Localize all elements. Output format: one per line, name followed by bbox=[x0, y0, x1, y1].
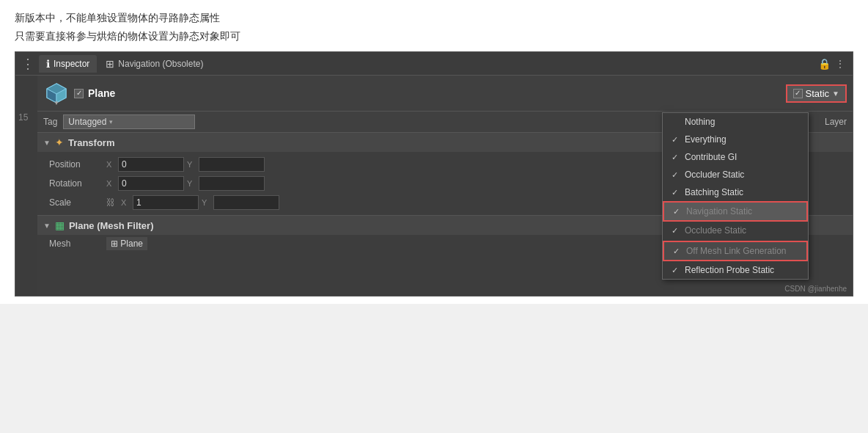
lock-icon[interactable]: 🔒 bbox=[818, 58, 831, 70]
dropdown-label-7: Off Mesh Link Generation bbox=[686, 246, 787, 256]
dropdown-label-1: Everything bbox=[685, 134, 727, 145]
rotation-y-input[interactable] bbox=[199, 176, 265, 191]
dropdown-check-7: ✓ bbox=[673, 247, 682, 256]
dropdown-label-6: Occludee Static bbox=[685, 225, 746, 236]
dropdown-check-2: ✓ bbox=[672, 153, 680, 162]
transform-arrow-icon: ▼ bbox=[43, 139, 51, 147]
rot-y-label: Y bbox=[187, 179, 196, 188]
tag-arrow: ▾ bbox=[109, 118, 113, 125]
object-checkbox[interactable]: ✓ bbox=[74, 89, 84, 98]
scale-x-label: X bbox=[121, 198, 130, 207]
cube-dropdown-arrow[interactable]: ▼ bbox=[54, 100, 59, 106]
static-dropdown-arrow[interactable]: ▼ bbox=[832, 90, 839, 98]
dropdown-check-8: ✓ bbox=[672, 266, 680, 275]
dropdown-item-2[interactable]: ✓Contribute GI bbox=[663, 148, 808, 166]
dropdown-item-3[interactable]: ✓Occluder Static bbox=[663, 166, 808, 183]
scale-label: Scale bbox=[49, 197, 100, 208]
scale-x-input[interactable] bbox=[133, 195, 199, 210]
dropdown-check-5: ✓ bbox=[673, 207, 682, 216]
static-check-mark: ✓ bbox=[795, 90, 801, 97]
top-text-area: 新版本中，不能单独设置物体的寻路静态属性 只需要直接将参与烘焙的物体设置为静态对… bbox=[0, 0, 868, 51]
tab-navigation[interactable]: ⊞ Navigation (Obsolete) bbox=[98, 55, 210, 73]
dropdown-label-4: Batching Static bbox=[685, 187, 743, 197]
pos-y-label: Y bbox=[187, 160, 196, 169]
dropdown-check-1: ✓ bbox=[672, 135, 680, 145]
mesh-filter-title: Plane (Mesh Filter) bbox=[69, 220, 154, 231]
static-label: Static bbox=[806, 88, 830, 99]
position-y-input[interactable] bbox=[199, 157, 265, 172]
static-dropdown-popup: Nothing✓Everything✓Contribute GI✓Occlude… bbox=[662, 112, 809, 280]
dropdown-item-6[interactable]: ✓Occludee Static bbox=[663, 222, 808, 239]
mesh-arrow-icon: ▼ bbox=[43, 222, 51, 230]
scale-y-input[interactable] bbox=[213, 195, 279, 210]
inspector-content: ▼ ✓ Plane ✓ Static ▼ bbox=[37, 76, 853, 296]
unity-panel: ⋮ ℹ Inspector ⊞ Navigation (Obsolete) 🔒 … bbox=[15, 51, 853, 296]
tab-inspector[interactable]: ℹ Inspector bbox=[39, 55, 97, 73]
dropdown-label-3: Occluder Static bbox=[685, 170, 744, 180]
mesh-value-text: ⊞ Plane bbox=[111, 239, 143, 249]
dropdown-item-4[interactable]: ✓Batching Static bbox=[663, 183, 808, 201]
dropdown-check-4: ✓ bbox=[672, 188, 680, 197]
tab-bar: ⋮ ℹ Inspector ⊞ Navigation (Obsolete) 🔒 … bbox=[15, 52, 853, 76]
dropdown-label-8: Reflection Probe Static bbox=[685, 265, 774, 275]
tag-dropdown[interactable]: Untagged ▾ bbox=[63, 114, 195, 129]
object-name[interactable]: Plane bbox=[88, 87, 781, 99]
layer-label: Layer bbox=[825, 117, 847, 127]
dropdown-label-0: Nothing bbox=[685, 117, 715, 127]
static-section[interactable]: ✓ Static ▼ bbox=[786, 84, 847, 103]
dropdown-item-0[interactable]: Nothing bbox=[663, 113, 808, 131]
menu-icon[interactable]: ⋮ bbox=[835, 58, 845, 70]
object-check-mark: ✓ bbox=[76, 90, 82, 97]
link-icon[interactable]: ⛓ bbox=[106, 197, 115, 208]
tab-actions: 🔒 ⋮ bbox=[818, 58, 850, 70]
dropdown-item-1[interactable]: ✓Everything bbox=[663, 131, 808, 148]
mesh-icon: ▦ bbox=[55, 219, 65, 231]
static-checkbox[interactable]: ✓ bbox=[793, 89, 803, 98]
dropdown-label-2: Contribute GI bbox=[685, 152, 737, 162]
tab-dots-icon[interactable]: ⋮ bbox=[18, 57, 37, 70]
position-label: Position bbox=[49, 159, 100, 170]
object-header: ▼ ✓ Plane ✓ Static ▼ bbox=[37, 76, 853, 111]
dropdown-item-8[interactable]: ✓Reflection Probe Static bbox=[663, 261, 808, 279]
mesh-value[interactable]: ⊞ Plane bbox=[106, 237, 147, 250]
main-container: ⋮ ℹ Inspector ⊞ Navigation (Obsolete) 🔒 … bbox=[0, 51, 868, 304]
dropdown-label-5: Navigation Static bbox=[686, 206, 752, 216]
position-x-input[interactable] bbox=[118, 157, 184, 172]
mesh-label: Mesh bbox=[49, 239, 100, 249]
navigation-icon: ⊞ bbox=[106, 58, 114, 70]
scale-y-label: Y bbox=[202, 198, 210, 207]
panel-body: 15 ▼ ✓ bbox=[15, 76, 853, 296]
rotation-x-input[interactable] bbox=[118, 176, 184, 191]
dropdown-item-7[interactable]: ✓Off Mesh Link Generation bbox=[663, 241, 808, 261]
top-line1: 新版本中，不能单独设置物体的寻路静态属性 bbox=[15, 9, 853, 27]
pos-x-label: X bbox=[106, 160, 115, 169]
dropdown-item-5[interactable]: ✓Navigation Static bbox=[663, 201, 808, 222]
cube-icon: ▼ bbox=[43, 80, 70, 106]
navigation-label: Navigation (Obsolete) bbox=[118, 59, 203, 69]
top-line2: 只需要直接将参与烘焙的物体设置为静态对象即可 bbox=[15, 27, 853, 46]
rotation-label: Rotation bbox=[49, 178, 100, 189]
dropdown-check-6: ✓ bbox=[672, 226, 680, 236]
dropdown-check-3: ✓ bbox=[672, 170, 680, 180]
inspector-icon: ℹ bbox=[46, 58, 50, 70]
transform-icon: ✦ bbox=[55, 137, 64, 148]
line-number: 15 bbox=[15, 76, 37, 296]
watermark: CSDN @jianhenhe bbox=[784, 285, 847, 293]
tag-value: Untagged bbox=[68, 117, 106, 127]
tag-label: Tag bbox=[43, 117, 57, 127]
rot-x-label: X bbox=[106, 179, 115, 188]
transform-title: Transform bbox=[68, 137, 115, 148]
inspector-label: Inspector bbox=[54, 59, 89, 69]
